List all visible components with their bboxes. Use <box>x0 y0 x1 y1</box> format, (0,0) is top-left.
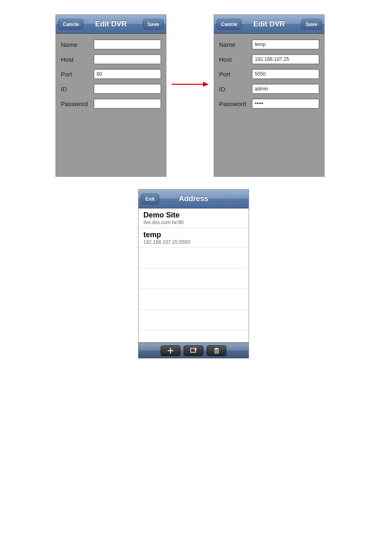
password-input[interactable] <box>252 99 319 109</box>
host-input[interactable] <box>252 54 319 64</box>
address-row[interactable]: temp 192.168.107.25:5550 <box>138 228 249 248</box>
edit-button[interactable] <box>184 345 203 356</box>
name-input[interactable] <box>252 39 319 49</box>
delete-button[interactable] <box>207 345 226 356</box>
save-button[interactable]: Save <box>143 19 164 30</box>
edit-icon <box>190 347 197 354</box>
address-title: temp <box>143 231 244 239</box>
empty-row <box>138 289 249 310</box>
save-button[interactable]: Save <box>301 19 322 30</box>
empty-row <box>138 268 249 289</box>
id-input[interactable] <box>252 84 319 94</box>
port-label: Port <box>61 71 94 78</box>
empty-row <box>138 310 249 330</box>
trash-icon <box>213 347 220 354</box>
svg-marker-1 <box>203 82 209 87</box>
password-label: Password <box>219 100 252 107</box>
id-label: ID <box>219 86 252 92</box>
address-sub: live.dss.com.tw:80 <box>143 220 244 225</box>
titlebar: Exit Address <box>138 190 249 208</box>
id-label: ID <box>61 86 94 92</box>
arrow-icon <box>171 80 209 88</box>
exit-button[interactable]: Exit <box>141 194 159 204</box>
address-title: Demo Site <box>143 211 244 220</box>
host-label: Host <box>61 56 94 63</box>
name-input[interactable] <box>94 39 161 49</box>
id-input[interactable] <box>94 84 161 94</box>
toolbar <box>138 342 249 358</box>
titlebar: Cancle Edit DVR Save <box>56 15 166 34</box>
add-button[interactable] <box>161 345 180 356</box>
host-input[interactable] <box>94 54 161 64</box>
edit-dvr-panel-filled: Cancle Edit DVR Save Name Host Port ID <box>214 14 325 177</box>
cancel-button[interactable]: Cancle <box>58 19 83 30</box>
name-label: Name <box>219 41 252 48</box>
plus-icon <box>167 347 174 354</box>
port-input[interactable] <box>94 69 161 79</box>
svg-rect-3 <box>215 349 218 353</box>
port-input[interactable] <box>252 69 319 79</box>
name-label: Name <box>61 41 94 48</box>
password-input[interactable] <box>94 99 161 109</box>
address-sub: 192.168.107.25:5550 <box>143 239 244 245</box>
address-panel: Exit Address Demo Site live.dss.com.tw:8… <box>138 189 249 358</box>
cancel-button[interactable]: Cancle <box>217 19 242 30</box>
empty-row <box>138 248 249 268</box>
address-row[interactable]: Demo Site live.dss.com.tw:80 <box>138 208 249 228</box>
titlebar: Cancle Edit DVR Save <box>214 15 324 34</box>
host-label: Host <box>219 56 252 63</box>
edit-dvr-panel-empty: Cancle Edit DVR Save Name Host Port ID <box>55 14 166 177</box>
password-label: Password <box>61 100 94 107</box>
port-label: Port <box>219 71 252 78</box>
